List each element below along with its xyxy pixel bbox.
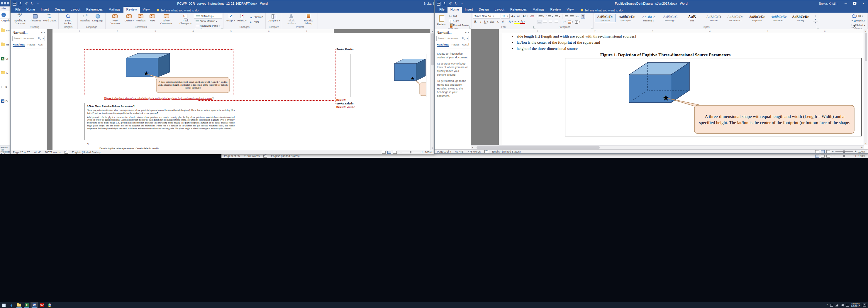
chevron-down-icon[interactable]: ▾ — [41, 31, 42, 34]
read-mode-button[interactable] — [815, 155, 819, 157]
tab-insert[interactable]: Insert — [462, 7, 476, 12]
show-formatting-marks-button[interactable]: ¶ — [581, 14, 585, 19]
volume-icon[interactable] — [841, 304, 844, 307]
shading-button[interactable] — [567, 20, 574, 24]
align-center-button[interactable] — [543, 20, 548, 24]
style-heading-1[interactable]: AaBbCcHeading 1 — [638, 14, 659, 22]
tab-review[interactable]: Review — [123, 7, 140, 12]
undo-icon[interactable] — [4, 2, 6, 4]
tab-review[interactable]: Review — [548, 7, 564, 12]
translate-button[interactable]: Translate — [79, 13, 91, 22]
nav-tab-pages[interactable]: Pages — [452, 43, 460, 47]
taskbar-file-explorer[interactable] — [15, 302, 23, 308]
close-icon[interactable]: × — [44, 31, 45, 34]
word-count-button[interactable]: Word Count — [42, 13, 57, 22]
vertical-ruler[interactable] — [499, 33, 502, 145]
scroll-up-icon[interactable]: ▲ — [431, 29, 434, 33]
tab-design[interactable]: Design — [52, 7, 68, 12]
reject-button[interactable]: Reject — [236, 13, 248, 22]
taskbar-edge[interactable]: e — [8, 302, 15, 308]
zoom-slider[interactable] — [835, 151, 853, 152]
strikethrough-button[interactable]: abc — [489, 19, 495, 24]
styles-more-icon[interactable]: ▼ — [813, 21, 818, 24]
list-item[interactable]: Sro — [0, 24, 10, 37]
tab-design[interactable]: Design — [476, 7, 492, 12]
style-normal[interactable]: AaBbCcDc¶ Normal — [595, 14, 616, 22]
proofing-status-icon[interactable] — [64, 151, 68, 154]
tab-file[interactable]: File — [436, 7, 447, 12]
search-options-icon[interactable]: ▾ — [467, 37, 468, 40]
underline-button[interactable]: U — [484, 19, 489, 24]
tray-icon[interactable] — [846, 304, 849, 307]
zoom-level[interactable]: 100% — [858, 150, 865, 153]
scrollbar-thumb[interactable] — [431, 33, 434, 65]
zoom-in-button[interactable]: + — [855, 150, 857, 153]
print-layout-button[interactable] — [388, 151, 391, 154]
tab-home[interactable]: Home — [24, 7, 38, 12]
tab-view[interactable]: View — [564, 7, 577, 12]
copy-button[interactable]: Copy — [447, 19, 470, 23]
compare-button[interactable]: Compare — [267, 13, 281, 22]
figure-frame[interactable]: ★ A three-dimensional shape with equal l… — [565, 58, 862, 136]
multilevel-list-button[interactable] — [555, 14, 561, 19]
explorer-titlebar[interactable] — [0, 0, 10, 6]
restrict-editing-button[interactable]: Restrict Editing — [300, 13, 316, 25]
read-mode-button[interactable] — [815, 150, 819, 153]
titlebar[interactable]: W ↺ ↻ ▾ PCWP_JCR_survey_instructions_12-… — [10, 0, 434, 7]
reviewing-pane-button[interactable]: Reviewing Pane — [194, 24, 222, 28]
taskbar-excel[interactable]: X — [23, 302, 31, 308]
file-list[interactable]: Sro Re XCo A G WFa — [0, 24, 10, 146]
horizontal-scrollbar[interactable]: ◄ ► — [471, 145, 864, 149]
organize-menu[interactable]: Organize — [0, 19, 10, 23]
vertical-scrollbar[interactable]: ▲ ▼ — [864, 29, 868, 145]
styles-scroll-up-icon[interactable]: ▲ — [813, 14, 818, 17]
tell-me-box[interactable]: Tell me what you want to do — [581, 7, 623, 12]
close-button[interactable]: × — [859, 0, 868, 7]
save-icon[interactable] — [19, 2, 22, 6]
status-words[interactable]: 26671 words — [44, 151, 60, 154]
tab-file[interactable]: File — [12, 7, 24, 12]
style-strong[interactable]: AaBbCcDcStrong — [790, 14, 811, 22]
tab-layout[interactable]: Layout — [492, 7, 507, 12]
previous-comment-button[interactable]: ◂Previous — [135, 13, 146, 22]
search-icon[interactable] — [462, 37, 464, 39]
word-window-right[interactable]: W ↺ ↻ ▾ FugitiveSourceDefnDiagramsJan201… — [434, 0, 868, 154]
nav-tab-headings[interactable]: Headings — [12, 43, 25, 47]
style-intense-emphasis[interactable]: AaBbCcDcIntense E... — [768, 14, 789, 22]
tab-references[interactable]: References — [83, 7, 105, 12]
next-change-button[interactable]: Next — [248, 20, 264, 24]
signed-in-user[interactable]: Sroka, Kristin — [819, 0, 837, 7]
redo-icon[interactable] — [7, 2, 9, 4]
dialog-launcher-icon[interactable] — [817, 26, 819, 28]
markup-area[interactable]: Sroka, Kristin ★ Deleted: Sroka, Kristin — [334, 33, 430, 150]
clock[interactable]: 5:03 PM 2/1/2017 — [851, 303, 860, 308]
style-title[interactable]: AaBTitle — [682, 14, 703, 22]
style-no-spacing[interactable]: AaBbCcDc¶ No Spac... — [616, 14, 638, 22]
system-tray[interactable]: ^ 5:03 PM 2/1/2017 — [827, 303, 868, 308]
font-color-button[interactable]: A — [520, 19, 526, 24]
scroll-down-icon[interactable]: ▼ — [431, 146, 434, 150]
chevron-down-icon[interactable]: ▾ — [465, 31, 467, 34]
taskbar-word[interactable]: W — [31, 302, 38, 308]
styles-scroll-down-icon[interactable]: ▼ — [813, 18, 818, 21]
note-text-box[interactable]: A Note About Emission Release Parameters… — [84, 103, 237, 140]
font-name-select[interactable]: Times New Ro — [473, 14, 500, 19]
scroll-left-icon[interactable]: ◄ — [471, 146, 474, 149]
zoom-level[interactable]: 100% — [425, 151, 432, 154]
status-words[interactable]: 21562 words — [244, 154, 259, 157]
search-options-icon[interactable]: ▾ — [42, 37, 44, 40]
zoom-slider[interactable] — [835, 156, 853, 156]
select-button[interactable]: Select — [850, 23, 866, 27]
increase-indent-button[interactable] — [569, 14, 574, 19]
italic-button[interactable]: I — [478, 19, 483, 24]
signed-in-user[interactable]: Sroka, Kristin — [424, 0, 435, 7]
next-comment-button[interactable]: ▸Next — [147, 13, 158, 22]
explorer-file-tab[interactable]: File — [0, 6, 10, 11]
print-layout-button[interactable] — [821, 150, 825, 153]
change-case-button[interactable]: Aa — [522, 14, 529, 19]
spelling-grammar-button[interactable]: Spelling & Grammar — [12, 13, 28, 25]
explorer-window[interactable]: File ← Organize Sro Re XCo A G WFa Relea… — [0, 0, 10, 154]
status-language[interactable]: English (United States) — [271, 154, 300, 157]
display-for-review-select[interactable]: All Markup — [194, 14, 222, 19]
taskbar-chrome[interactable] — [46, 302, 53, 308]
